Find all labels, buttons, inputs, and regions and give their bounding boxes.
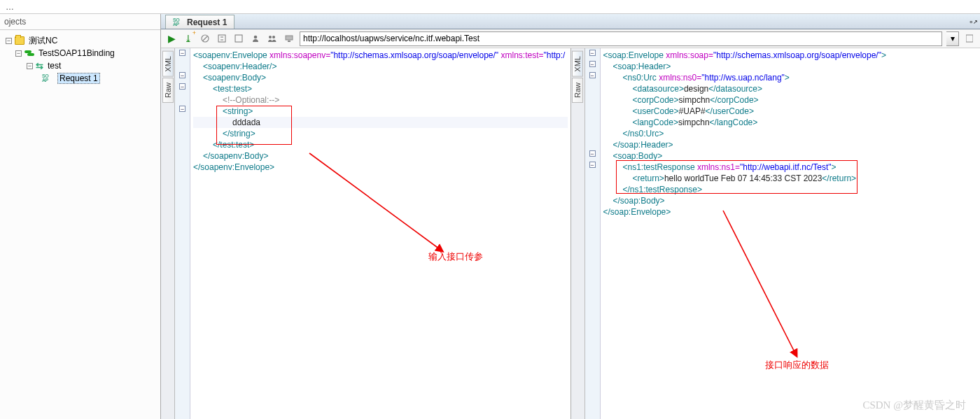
svg-line-13 [723, 211, 797, 356]
response-view-tabs: XML Raw [571, 48, 585, 419]
fold-icon[interactable]: − [589, 150, 596, 157]
collapse-icon[interactable]: − [6, 38, 12, 44]
folder-icon [15, 36, 24, 45]
editor-tabbar: SOAP Request 1 ▫↗ [161, 14, 980, 29]
fold-icon[interactable]: − [589, 61, 596, 67]
tree-node-request[interactable]: SOAP Request 1 [3, 72, 158, 85]
svg-point-0 [202, 35, 209, 42]
project-tree[interactable]: − 测试NC − TestSOAP11Binding − ⇆ test SOAP… [0, 30, 160, 89]
toolbar-extra-button[interactable] [963, 32, 976, 45]
response-gutter: − − − − − [585, 48, 601, 419]
interface-icon [24, 48, 34, 58]
code-line[interactable]: </string> [193, 128, 568, 139]
tree-label: 测试NC [27, 35, 59, 47]
soap-icon: SOAP [42, 74, 55, 83]
svg-rect-10 [288, 41, 290, 42]
fold-icon[interactable]: − [179, 106, 186, 112]
code-line[interactable]: </soap:Header> [603, 139, 978, 150]
request-gutter: − − − − [175, 48, 190, 419]
code-line[interactable]: <soap:Header> [603, 61, 978, 72]
watermark: CSDN @梦醒黄昏之时 [862, 399, 966, 412]
code-line[interactable]: <soap:Envelope xmlns:soap="http://schema… [603, 50, 978, 61]
code-line[interactable]: <soapenv:Header/> [193, 61, 568, 72]
tab-raw[interactable]: Raw [572, 78, 583, 103]
fold-icon[interactable]: − [589, 50, 596, 56]
run-button[interactable]: ▶ [165, 32, 178, 45]
code-line[interactable]: </soapenv:Body> [193, 150, 568, 162]
request-view-tabs: XML Raw [161, 48, 175, 419]
code-line[interactable]: </test:test> [193, 139, 568, 150]
svg-rect-5 [235, 35, 242, 42]
endpoint-url-input[interactable] [300, 31, 942, 46]
tab-request1[interactable]: SOAP Request 1 [165, 15, 234, 29]
code-line[interactable]: dddada [193, 117, 568, 128]
tree-node-binding[interactable]: − TestSOAP11Binding [3, 47, 158, 59]
tree-node-project[interactable]: − 测试NC [3, 34, 158, 47]
add-run-button[interactable]: ⤓+ [182, 32, 195, 45]
request-xml-editor[interactable]: <soapenv:Envelope xmlns:soapenv="http://… [190, 48, 570, 419]
request-toolbar: ▶ ⤓+ ▾ [161, 29, 980, 48]
sidebar-title: ojects [0, 14, 160, 30]
tree-node-operation[interactable]: − ⇆ test [3, 59, 158, 72]
user-button[interactable] [249, 32, 262, 45]
collapse-icon[interactable]: − [27, 63, 33, 69]
code-line[interactable]: <userCode>#UAP#</userCode> [603, 106, 978, 117]
code-line[interactable]: <datasource>design</datasource> [603, 83, 978, 94]
collapse-icon[interactable]: − [15, 50, 22, 57]
svg-point-7 [269, 36, 272, 38]
tab-xml[interactable]: XML [162, 51, 174, 77]
code-line[interactable]: <ns0:Urc xmlns:ns0="http://ws.uap.nc/lan… [603, 72, 978, 83]
svg-rect-9 [286, 36, 293, 40]
code-line[interactable]: <return>hello worldTue Feb 07 14:45:33 C… [603, 173, 978, 184]
url-dropdown-button[interactable]: ▾ [946, 31, 959, 46]
svg-rect-2 [218, 35, 225, 42]
svg-line-1 [203, 36, 207, 41]
outline-button[interactable] [232, 32, 245, 45]
tree-label: TestSOAP11Binding [37, 48, 116, 58]
soap-icon: SOAP [173, 18, 184, 27]
tab-xml[interactable]: XML [572, 51, 583, 77]
code-line[interactable]: <!--Optional:--> [193, 94, 568, 106]
tree-label: Request 1 [57, 73, 100, 84]
project-sidebar: ojects − 测试NC − TestSOAP11Binding − ⇆ te… [0, 14, 161, 419]
code-line[interactable]: <soapenv:Body> [193, 72, 568, 83]
code-line[interactable]: </soap:Envelope> [603, 206, 978, 218]
response-xml-viewer[interactable]: <soap:Envelope xmlns:soap="http://schema… [601, 48, 981, 419]
svg-point-6 [254, 36, 258, 39]
response-pane: XML Raw − − − − − <soap:Envelope xmlns:s… [571, 48, 981, 419]
fold-icon[interactable]: − [589, 162, 596, 168]
fold-icon[interactable]: − [589, 72, 596, 78]
code-line[interactable]: </soapenv:Envelope> [193, 162, 568, 173]
code-line[interactable]: <soap:Body> [603, 150, 978, 162]
svg-point-8 [272, 36, 275, 38]
tab-label: Request 1 [187, 17, 227, 27]
request-pane: XML Raw − − − − <soapenv:Envelope xmlns:… [161, 48, 571, 419]
code-line[interactable]: </ns1:testResponse> [603, 184, 978, 195]
operation-icon: ⇆ [36, 61, 43, 71]
code-line[interactable]: </ns0:Urc> [603, 128, 978, 139]
code-line[interactable]: <langCode>simpchn</langCode> [603, 117, 978, 128]
code-line[interactable]: <corpCode>simpchn</corpCode> [603, 94, 978, 106]
tree-label: test [46, 61, 62, 71]
fold-icon[interactable]: − [179, 72, 186, 78]
annotation-label-input: 输入接口传参 [428, 251, 483, 262]
code-line[interactable]: <ns1:testResponse xmlns:ns1="http://weba… [603, 162, 978, 173]
users-button[interactable] [266, 32, 279, 45]
monitor-button[interactable] [283, 32, 295, 45]
tab-raw[interactable]: Raw [162, 78, 174, 103]
top-menu-bar: … [0, 0, 980, 14]
stop-button[interactable] [199, 32, 211, 45]
fold-icon[interactable]: − [179, 50, 186, 56]
window-controls-icon[interactable]: ▫↗ [967, 14, 980, 29]
assertion-button[interactable] [216, 32, 228, 45]
code-line[interactable]: </soap:Body> [603, 195, 978, 206]
code-line[interactable]: <test:test> [193, 83, 568, 94]
code-line[interactable]: <string> [193, 106, 568, 117]
fold-icon[interactable]: − [179, 83, 186, 90]
code-line[interactable]: <soapenv:Envelope xmlns:soapenv="http://… [193, 50, 568, 61]
annotation-label-output: 接口响应的数据 [765, 360, 829, 371]
svg-rect-11 [966, 35, 973, 42]
